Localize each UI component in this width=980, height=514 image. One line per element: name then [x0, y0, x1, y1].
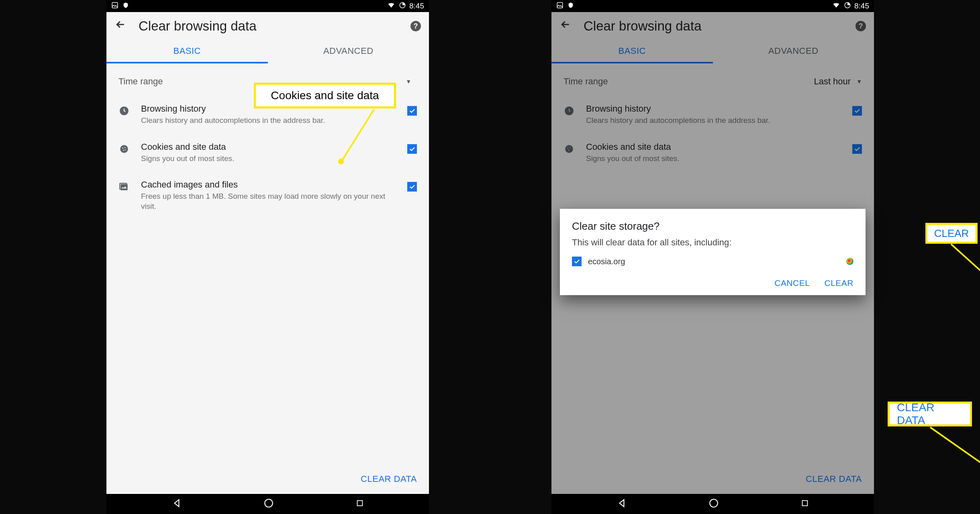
annotation-line [930, 426, 980, 467]
svg-point-3 [120, 145, 128, 153]
svg-rect-20 [802, 501, 807, 506]
dialog-clear-button[interactable]: CLEAR [824, 278, 853, 288]
help-icon[interactable]: ? [410, 21, 421, 31]
checkbox[interactable] [852, 106, 862, 116]
images-icon [118, 181, 130, 192]
screen: Clear browsing data ? BASIC ADVANCED Tim… [551, 12, 874, 494]
image-icon [556, 2, 564, 11]
svg-point-19 [710, 499, 718, 507]
wifi-icon [387, 2, 396, 11]
status-time: 8:45 [409, 2, 424, 10]
clear-data-button[interactable]: CLEAR DATA [806, 474, 862, 484]
app-bar: Clear browsing data ? [106, 12, 429, 40]
option-desc: Signs you out of most sites. [141, 154, 396, 164]
time-range-value: Last hour [814, 76, 851, 87]
phone-right: 8:45 Clear browsing data ? BASIC ADVANCE… [551, 0, 874, 514]
tabs: BASIC ADVANCED [551, 40, 874, 63]
status-time: 8:45 [854, 2, 869, 10]
clock-loading-icon [399, 2, 406, 11]
nav-back-icon[interactable] [172, 498, 182, 510]
dialog-site-name: ecosia.org [588, 257, 840, 266]
clear-data-button[interactable]: CLEAR DATA [361, 474, 417, 484]
option-browsing-history[interactable]: Browsing history Clears history and auto… [564, 96, 862, 134]
svg-point-4 [122, 147, 123, 149]
svg-point-6 [123, 150, 125, 151]
nav-home-icon[interactable] [263, 498, 274, 510]
annotation-line [951, 244, 980, 275]
svg-point-14 [565, 106, 574, 115]
annotation-cookies-label: Cookies and site data [254, 83, 396, 108]
nav-back-icon[interactable] [617, 498, 627, 510]
svg-point-16 [567, 147, 568, 149]
dialog-cancel-button[interactable]: CANCEL [774, 278, 810, 288]
option-desc: Clears history and autocompletions in th… [141, 116, 396, 126]
chevron-down-icon: ▼ [406, 78, 411, 85]
option-cookies[interactable]: Cookies and site data Signs you out of m… [564, 134, 862, 172]
checkbox[interactable] [852, 144, 862, 154]
tab-advanced[interactable]: ADVANCED [713, 40, 874, 63]
help-icon[interactable]: ? [855, 21, 866, 31]
option-cookies[interactable]: Cookies and site data Signs you out of m… [118, 134, 417, 172]
image-icon [111, 2, 118, 11]
svg-point-7 [125, 149, 126, 150]
option-title: Cookies and site data [586, 142, 841, 152]
chrome-favicon-icon [846, 258, 853, 265]
svg-rect-11 [357, 501, 362, 506]
tab-basic[interactable]: BASIC [551, 40, 713, 63]
checkbox[interactable] [407, 182, 417, 192]
svg-point-18 [568, 150, 570, 151]
wifi-icon [832, 2, 841, 11]
status-bar: 8:45 [551, 0, 874, 12]
option-title: Browsing history [586, 104, 841, 114]
annotation-dot [338, 159, 344, 164]
annotation-clear-label: CLEAR [925, 223, 978, 244]
svg-point-15 [565, 145, 573, 153]
nav-bar [551, 494, 874, 514]
svg-rect-12 [557, 2, 563, 8]
svg-point-10 [265, 499, 273, 507]
phone-left: 8:45 Clear browsing data ? BASIC ADVANCE… [106, 0, 429, 514]
option-desc: Clears history and autocompletions in th… [586, 116, 841, 126]
chevron-down-icon: ▼ [856, 78, 862, 85]
clear-storage-dialog: Clear site storage? This will clear data… [560, 209, 866, 295]
nav-home-icon[interactable] [708, 498, 719, 510]
dialog-site-row[interactable]: ecosia.org [572, 257, 853, 266]
option-cached[interactable]: Cached images and files Frees up less th… [118, 171, 417, 219]
tabs: BASIC ADVANCED [106, 40, 429, 63]
cookie-icon [564, 143, 575, 155]
nav-recent-icon[interactable] [355, 499, 364, 509]
nav-bar [106, 494, 429, 514]
checkbox[interactable] [407, 144, 417, 154]
clock-icon [118, 105, 130, 116]
annotation-clear-data-label: CLEAR DATA [888, 402, 972, 426]
svg-point-17 [570, 147, 571, 148]
dialog-text: This will clear data for all sites, incl… [572, 237, 853, 248]
page-title: Clear browsing data [139, 18, 398, 34]
page-title: Clear browsing data [584, 18, 843, 34]
tab-advanced[interactable]: ADVANCED [268, 40, 429, 63]
nav-recent-icon[interactable] [800, 499, 809, 509]
back-arrow-icon[interactable] [114, 18, 127, 34]
status-bar: 8:45 [106, 0, 429, 12]
back-arrow-icon[interactable] [559, 18, 572, 34]
cookie-icon [118, 143, 130, 155]
clock-loading-icon [844, 2, 851, 11]
option-title: Cached images and files [141, 179, 396, 190]
clock-icon [564, 105, 575, 116]
option-title: Cookies and site data [141, 142, 396, 152]
tab-basic[interactable]: BASIC [106, 40, 268, 63]
option-desc: Signs you out of most sites. [586, 154, 841, 164]
app-bar: Clear browsing data ? [551, 12, 874, 40]
shield-icon [568, 2, 574, 11]
time-range-label: Time range [564, 76, 608, 87]
svg-point-5 [125, 147, 126, 148]
svg-rect-0 [112, 2, 118, 8]
time-range-label: Time range [118, 76, 163, 87]
time-range-selector[interactable]: Time range Last hour ▼ [564, 72, 862, 96]
checkbox[interactable] [407, 106, 417, 116]
option-desc: Frees up less than 1 MB. Some sites may … [141, 192, 396, 211]
checkbox[interactable] [572, 257, 582, 266]
dialog-title: Clear site storage? [572, 220, 853, 233]
shield-icon [122, 2, 129, 11]
